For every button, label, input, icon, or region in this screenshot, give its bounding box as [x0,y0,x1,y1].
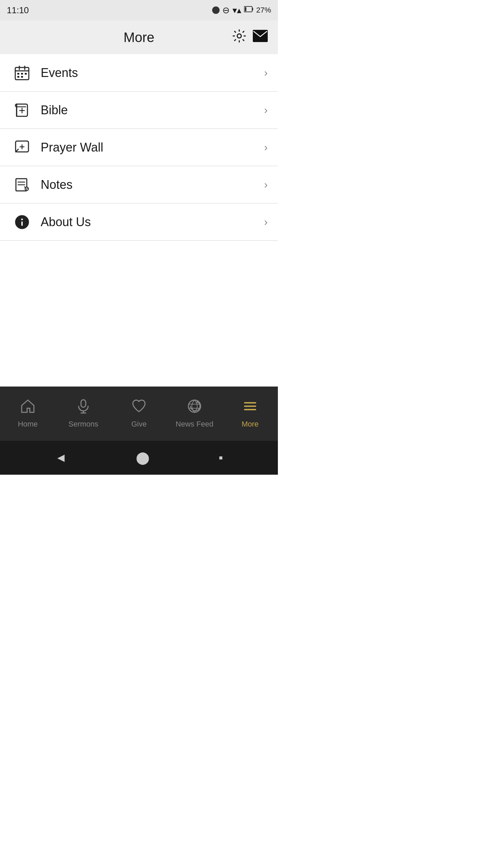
svg-rect-25 [21,221,23,226]
nav-label-news-feed: News Feed [176,420,213,429]
svg-rect-10 [21,73,23,75]
home-icon [20,399,35,417]
bible-icon [10,103,34,118]
do-not-disturb-icon: ⊖ [222,5,230,16]
svg-rect-26 [81,400,86,407]
menu-label-bible: Bible [41,103,264,117]
svg-rect-12 [17,76,19,78]
wifi-icon: ▾▴ [232,5,241,16]
page-title: More [123,30,154,45]
nav-label-more: More [242,420,259,429]
system-nav-bar: ◄ ⬤ ▪ [0,441,278,475]
news-feed-icon [187,399,202,417]
menu-item-events[interactable]: Events › [0,54,278,92]
info-icon [10,215,34,230]
chevron-right-icon: › [264,216,268,228]
nav-label-give: Give [131,420,146,429]
svg-rect-13 [21,76,23,78]
status-bar: 11:10 ⊖ ▾▴ 27% [0,0,278,20]
settings-icon[interactable] [232,29,246,46]
svg-point-24 [21,218,23,220]
nav-item-give[interactable]: Give [111,387,167,441]
recents-button[interactable]: ▪ [219,451,223,465]
chevron-right-icon: › [264,178,268,191]
back-button[interactable]: ◄ [55,451,67,465]
svg-rect-2 [245,7,246,11]
header: More [0,20,278,54]
menu-item-about-us[interactable]: About Us › [0,203,278,241]
status-icons: ⊖ ▾▴ 27% [212,5,271,16]
nav-item-sermons[interactable]: Sermons [56,387,111,441]
notes-icon [10,177,34,192]
svg-rect-4 [253,30,268,42]
menu-label-events: Events [41,66,264,80]
nav-item-home[interactable]: Home [0,387,56,441]
mail-icon[interactable] [253,30,268,45]
nav-item-more[interactable]: More [222,387,278,441]
prayer-wall-icon [10,140,34,155]
battery-percentage: 27% [256,6,271,15]
chevron-right-icon: › [264,141,268,154]
menu-label-about-us: About Us [41,215,264,229]
nav-label-home: Home [18,420,38,429]
chevron-right-icon: › [264,104,268,116]
battery-icon [244,6,253,15]
menu-item-prayer-wall[interactable]: Prayer Wall › [0,129,278,166]
svg-point-3 [237,34,241,38]
menu-item-bible[interactable]: Bible › [0,92,278,129]
bottom-nav: Home Sermons Give [0,387,278,441]
header-actions [232,29,268,46]
status-time: 11:10 [7,5,29,16]
menu-icon [243,399,258,417]
calendar-icon [10,65,34,80]
svg-rect-1 [252,8,253,11]
home-button[interactable]: ⬤ [136,451,149,465]
nav-label-sermons: Sermons [68,420,98,429]
circle-icon [212,6,220,14]
menu-list: Events › Bible › Prayer Wall › [0,54,278,387]
mic-icon [76,399,91,417]
svg-rect-9 [17,73,19,75]
nav-item-news-feed[interactable]: News Feed [167,387,222,441]
chevron-right-icon: › [264,66,268,79]
svg-rect-11 [25,73,27,75]
menu-label-prayer-wall: Prayer Wall [41,140,264,155]
heart-icon [131,399,146,417]
menu-item-notes[interactable]: Notes › [0,166,278,203]
menu-label-notes: Notes [41,178,264,192]
